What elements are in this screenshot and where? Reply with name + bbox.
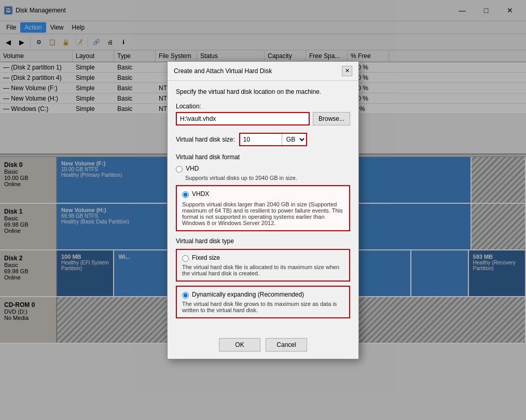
- vhd-radio-row: VHD: [176, 165, 350, 173]
- vhdx-radio-row: VHDX: [182, 190, 344, 198]
- fixed-radio-row: Fixed size: [182, 254, 344, 262]
- size-label: Virtual hard disk size:: [176, 136, 235, 143]
- type-section-title: Virtual hard disk type: [176, 237, 350, 245]
- fixed-box: Fixed size The virtual hard disk file is…: [176, 249, 350, 282]
- size-unit-select[interactable]: MB GB TB: [282, 134, 306, 145]
- modal-close-button[interactable]: ✕: [342, 66, 352, 76]
- vhd-description: Supports virtual disks up to 2040 GB in …: [185, 175, 350, 181]
- browse-button[interactable]: Browse...: [313, 112, 350, 125]
- create-vhd-dialog: Create and Attach Virtual Hard Disk ✕ Sp…: [167, 61, 359, 359]
- location-input[interactable]: [176, 112, 310, 125]
- format-section-title: Virtual hard disk format: [176, 153, 350, 161]
- modal-titlebar: Create and Attach Virtual Hard Disk ✕: [168, 62, 358, 81]
- cancel-button[interactable]: Cancel: [266, 338, 307, 352]
- ok-button[interactable]: OK: [219, 338, 260, 352]
- location-row: Browse...: [176, 112, 350, 125]
- size-row: Virtual hard disk size: MB GB TB: [176, 133, 350, 146]
- modal-title: Create and Attach Virtual Hard Disk: [174, 67, 272, 75]
- dynamic-description: The virtual hard disk file grows to its …: [182, 301, 344, 313]
- format-section: Virtual hard disk format VHD Supports vi…: [176, 153, 350, 231]
- vhdx-description: Supports virtual disks larger than 2040 …: [182, 201, 344, 226]
- vhdx-radio[interactable]: [182, 191, 189, 198]
- dynamic-box: Dynamically expanding (Recommended) The …: [176, 286, 350, 318]
- fixed-label[interactable]: Fixed size: [192, 254, 220, 261]
- fixed-description: The virtual hard disk file is allocated …: [182, 264, 344, 276]
- location-label: Location:: [176, 103, 350, 110]
- dynamic-radio[interactable]: [182, 292, 189, 299]
- modal-overlay: Create and Attach Virtual Hard Disk ✕ Sp…: [0, 0, 526, 420]
- dynamic-radio-row: Dynamically expanding (Recommended): [182, 291, 344, 299]
- dynamic-label[interactable]: Dynamically expanding (Recommended): [192, 291, 304, 298]
- vhd-label[interactable]: VHD: [186, 165, 199, 172]
- modal-footer: OK Cancel: [168, 333, 358, 359]
- size-input-group: MB GB TB: [239, 133, 307, 146]
- size-input[interactable]: [240, 134, 282, 145]
- type-section: Virtual hard disk type Fixed size The vi…: [176, 237, 350, 318]
- modal-body: Specify the virtual hard disk location o…: [168, 81, 358, 333]
- vhdx-box: VHDX Supports virtual disks larger than …: [176, 185, 350, 231]
- fixed-radio[interactable]: [182, 255, 189, 262]
- vhdx-label[interactable]: VHDX: [192, 190, 209, 198]
- vhd-radio[interactable]: [176, 166, 183, 173]
- modal-description: Specify the virtual hard disk location o…: [176, 88, 350, 95]
